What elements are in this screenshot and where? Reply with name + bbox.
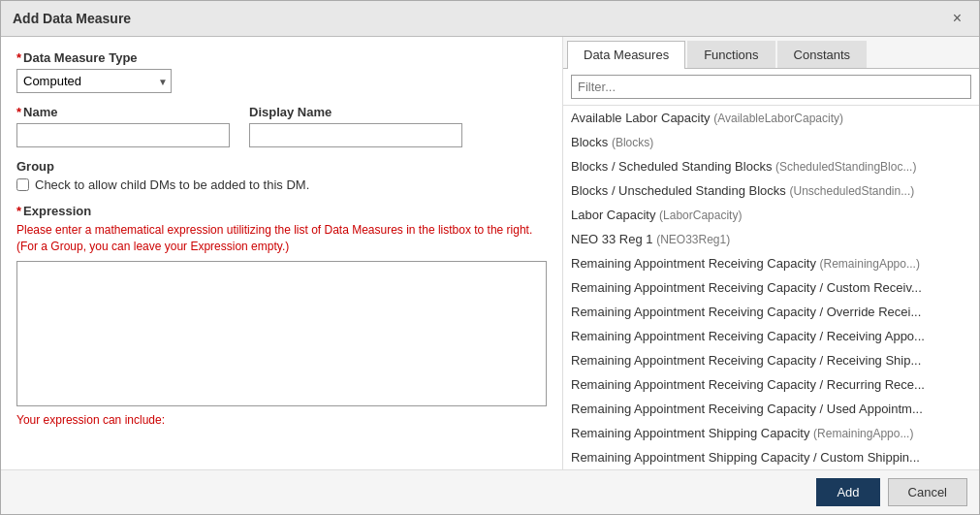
group-checkbox-row: Check to allow child DMs to be added to … [16,177,547,192]
filter-row [563,69,979,106]
data-measure-type-select[interactable]: Computed Simple Group [16,69,172,93]
list-item[interactable]: Remaining Appointment Shipping Capacity … [563,421,979,445]
group-checkbox-label: Check to allow child DMs to be added to … [35,177,309,192]
display-name-label: Display Name [249,105,462,119]
group-checkbox[interactable] [16,178,29,191]
filter-input[interactable] [571,75,971,99]
dialog-title: Add Data Measure [13,11,131,26]
name-input[interactable] [16,123,230,147]
tab-constants[interactable]: Constants [777,41,868,68]
dialog-header: Add Data Measure × [1,1,979,37]
group-label: Group [16,159,547,174]
name-displayname-row: *Name Display Name [16,105,547,147]
expression-hint: Please enter a mathematical expression u… [16,222,547,255]
tab-functions[interactable]: Functions [687,41,775,68]
display-name-field-group: Display Name [249,105,462,147]
name-required-star: * [16,105,21,119]
dialog-footer: Add Cancel [1,469,979,514]
data-measure-type-select-wrapper: Computed Simple Group ▼ [16,69,172,93]
list-item[interactable]: Remaining Appointment Shipping Capacity … [563,445,979,469]
expression-label: *Expression [16,204,547,218]
cancel-button[interactable]: Cancel [888,478,967,506]
add-button[interactable]: Add [816,478,879,506]
dialog-body: *Data Measure Type Computed Simple Group… [1,37,979,469]
name-field-group: *Name [16,105,230,147]
expression-required-star: * [16,204,21,218]
list-item[interactable]: Remaining Appointment Receiving Capacity… [563,251,979,275]
tab-data-measures[interactable]: Data Measures [567,41,685,69]
add-data-measure-dialog: Add Data Measure × *Data Measure Type Co… [0,0,980,515]
list-item[interactable]: Blocks / Unscheduled Standing Blocks (Un… [563,178,979,203]
display-name-input[interactable] [249,123,462,147]
list-item[interactable]: Remaining Appointment Receiving Capacity… [563,397,979,421]
data-measures-list[interactable]: Available Labor Capacity (AvailableLabor… [563,106,979,469]
group-section: Group Check to allow child DMs to be add… [16,159,547,192]
right-panel: Data Measures Functions Constants Availa… [563,37,979,469]
list-item[interactable]: Labor Capacity (LaborCapacity) [563,203,979,227]
list-item[interactable]: NEO 33 Reg 1 (NEO33Reg1) [563,227,979,251]
close-button[interactable]: × [947,9,967,28]
list-item[interactable]: Remaining Appointment Receiving Capacity… [563,300,979,324]
list-item[interactable]: Blocks (Blocks) [563,130,979,154]
list-item[interactable]: Remaining Appointment Receiving Capacity… [563,372,979,397]
expression-section: *Expression Please enter a mathematical … [16,204,547,427]
list-item[interactable]: Remaining Appointment Receiving Capacity… [563,348,979,372]
data-measure-type-label: *Data Measure Type [16,50,547,65]
list-item[interactable]: Remaining Appointment Receiving Capacity… [563,324,979,348]
expression-footer: Your expression can include: [16,413,547,427]
name-label: *Name [16,105,230,119]
list-item[interactable]: Remaining Appointment Receiving Capacity… [563,275,979,300]
required-star: * [16,50,21,65]
tabs-bar: Data Measures Functions Constants [563,37,979,69]
left-panel: *Data Measure Type Computed Simple Group… [1,37,563,469]
list-item[interactable]: Available Labor Capacity (AvailableLabor… [563,106,979,130]
data-measure-type-group: *Data Measure Type Computed Simple Group… [16,50,547,93]
expression-textarea[interactable] [16,261,547,406]
list-item[interactable]: Blocks / Scheduled Standing Blocks (Sche… [563,154,979,178]
